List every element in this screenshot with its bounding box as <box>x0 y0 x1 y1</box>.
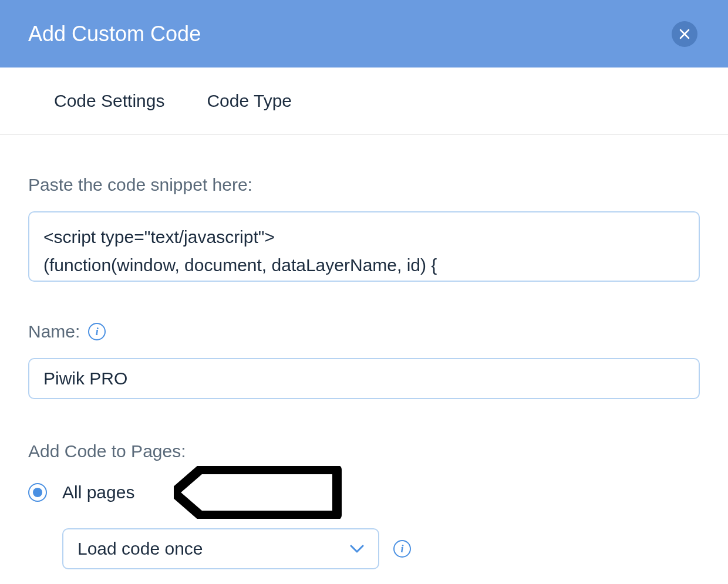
snippet-section: Paste the code snippet here: <box>28 175 700 284</box>
close-icon <box>679 29 690 39</box>
chevron-down-icon <box>350 545 364 553</box>
tab-code-type[interactable]: Code Type <box>207 91 292 111</box>
dropdown-selected-text: Load code once <box>77 539 203 559</box>
tab-code-settings[interactable]: Code Settings <box>54 91 164 111</box>
pages-label: Add Code to Pages: <box>28 441 700 461</box>
dialog-header: Add Custom Code <box>0 0 728 67</box>
dialog-title: Add Custom Code <box>28 22 201 46</box>
radio-all-pages-row: All pages <box>28 482 700 502</box>
pointer-annotation <box>174 466 344 519</box>
load-code-dropdown[interactable]: Load code once <box>62 528 379 569</box>
name-label: Name: <box>28 322 80 342</box>
snippet-label: Paste the code snippet here: <box>28 175 700 195</box>
close-button[interactable] <box>672 21 697 47</box>
info-icon[interactable]: i <box>88 323 106 340</box>
content-area: Paste the code snippet here: Name: i Add… <box>0 135 728 569</box>
radio-all-pages-label: All pages <box>62 482 134 502</box>
radio-inner-dot <box>33 488 42 497</box>
name-input[interactable] <box>28 358 700 399</box>
tab-bar: Code Settings Code Type <box>0 67 728 135</box>
name-section: Name: i <box>28 322 700 399</box>
load-code-row: Load code once i <box>62 528 700 569</box>
info-icon[interactable]: i <box>393 540 411 558</box>
radio-all-pages[interactable] <box>28 483 47 502</box>
name-label-row: Name: i <box>28 322 700 342</box>
code-snippet-input[interactable] <box>28 211 700 282</box>
pages-section: Add Code to Pages: All pages Load code o… <box>28 441 700 569</box>
